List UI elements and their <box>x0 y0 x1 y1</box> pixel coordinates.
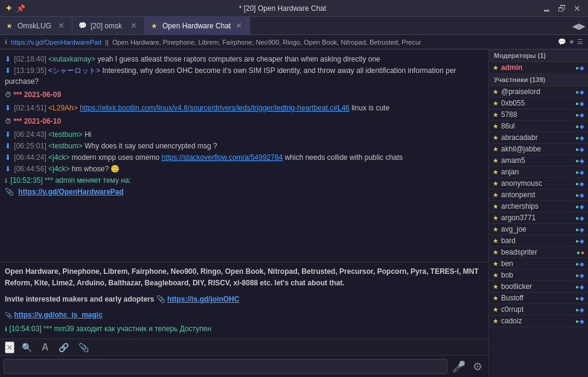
user-status-icon: ● <box>575 65 579 71</box>
tab-omsk-lug[interactable]: ★ OmskLUG ✕ <box>0 17 72 34</box>
user-star-icon: ★ <box>493 111 499 119</box>
sidebar-user[interactable]: ★ amam5 ●◆ <box>489 155 588 166</box>
user-name: 86ul <box>501 122 573 130</box>
user-icons: ●◆ <box>575 215 584 221</box>
topic-menu-icon[interactable]: ☰ <box>577 38 583 46</box>
magic-link[interactable]: https://v.gd/ohc_is_magic <box>14 311 102 319</box>
sidebar-user[interactable]: ★ akhil@jabbe ●◆ <box>489 144 588 155</box>
share-button[interactable]: 🔗 <box>56 341 71 353</box>
chat-area: ⬇ [02:18:40] <xutaxkamay> yeah I guess a… <box>0 49 488 377</box>
download-icon: ⬇ <box>5 130 11 139</box>
attach-button[interactable]: 📎 <box>76 341 91 353</box>
moderators-header: Модераторы (1) <box>489 49 588 62</box>
close-formatting-button[interactable]: ✕ <box>5 341 14 353</box>
tab-close-button[interactable]: ✕ <box>129 21 138 30</box>
inputbar: 🎤 ⚙ <box>0 355 488 377</box>
close-button[interactable]: ✕ <box>571 4 583 13</box>
message-link[interactable]: https://stackoverflow.com/a/54992784 <box>162 153 283 162</box>
invite-link[interactable]: https://is.gd/joinOHC <box>167 295 239 303</box>
tab-scroll-left[interactable]: ◀ <box>572 21 579 31</box>
user-star-icon: ★ <box>493 64 499 72</box>
mic-button[interactable]: 🎤 <box>450 359 468 375</box>
tab-scroll-arrows: ◀ ▶ <box>570 21 588 31</box>
info-icon: ℹ <box>5 177 7 184</box>
user-icons: ●◆ <box>575 100 584 107</box>
user-name: bob <box>501 271 573 279</box>
sidebar-user[interactable]: ★ argon3771 ●◆ <box>489 212 588 224</box>
tab-close-button[interactable]: ✕ <box>57 21 66 30</box>
topicbar: ℹ https://v.gd/OpenHardwarePad || Open H… <box>0 35 588 49</box>
topic-text: Open Hardware, Pinephone, Librem, Fairph… <box>112 39 421 46</box>
user-name: antonperst <box>501 191 573 199</box>
sidebar-user[interactable]: ★ 5788 ●◆ <box>489 109 588 121</box>
sidebar-user[interactable]: ★ ben ●◆ <box>489 258 588 270</box>
font-button[interactable]: A <box>39 341 51 354</box>
sidebar-user[interactable]: ★ archerships ●◆ <box>489 201 588 212</box>
date-icon: ⏱ <box>5 118 11 125</box>
window-controls: 🗕 🗗 ✕ <box>540 4 583 13</box>
download-icon: ⬇ <box>5 104 11 112</box>
date-icon: ⏱ <box>5 91 11 98</box>
messages-panel[interactable]: ⬇ [02:18:40] <xutaxkamay> yeah I guess a… <box>0 49 488 262</box>
tab-star-icon: ★ <box>6 22 13 30</box>
app-logo: ✦ <box>5 2 13 14</box>
join-message: ℹ [10:54:03] *** mm39 заходит как участн… <box>5 323 484 335</box>
topic-pad-link[interactable]: https://v.gd/OpenHardwarePad <box>11 39 101 46</box>
topic-block: Open Hardware, Pinephone, Librem, Fairph… <box>0 262 488 338</box>
topic-star-icon[interactable]: ★ <box>569 38 575 46</box>
user-name: @praiselord <box>501 87 573 96</box>
maximize-button[interactable]: 🗗 <box>555 4 569 13</box>
tab-scroll-right[interactable]: ▶ <box>579 21 586 31</box>
sidebar-user[interactable]: ★ anjan ●◆ <box>489 166 588 178</box>
message-link[interactable]: https://elixir.bootlin.com/linux/v4.8/so… <box>80 104 350 112</box>
user-icons: ●◆ <box>575 123 584 130</box>
topic-link[interactable]: https://v.gd/OpenHardwarePad <box>18 188 123 196</box>
sidebar-user[interactable]: ★ anonymousc ●◆ <box>489 178 588 189</box>
sidebar-user[interactable]: ★ Bustoff ●◆ <box>489 293 588 304</box>
settings-button[interactable]: ⚙ <box>470 359 485 375</box>
pin-icon: 📌 <box>16 4 25 13</box>
sidebar-user[interactable]: ★ 86ul ●◆ <box>489 121 588 132</box>
tab-label: OmskLUG <box>18 22 51 30</box>
tab-close-button[interactable]: ✕ <box>234 21 243 30</box>
sidebar-user[interactable]: ★ bard ●◆ <box>489 235 588 247</box>
sidebar-user[interactable]: ★ 0xb055 ●◆ <box>489 98 588 109</box>
titlebar: ✦ 📌 * [20] Open Hardware Chat 🗕 🗗 ✕ <box>0 0 588 17</box>
minimize-button[interactable]: 🗕 <box>540 4 553 13</box>
tab-open-hardware[interactable]: ★ Open Hardware Chat ✕ <box>145 17 250 34</box>
message-input[interactable] <box>4 359 447 374</box>
user-star-icon: ★ <box>493 271 499 279</box>
sidebar-user[interactable]: ★ bootlicker ●◆ <box>489 281 588 293</box>
user-star-icon: ★ <box>493 180 499 188</box>
sidebar-user[interactable]: ★ c0rrupt ●◆ <box>489 304 588 315</box>
user-name: Bustoff <box>501 294 573 302</box>
user-icons: ●◆ <box>575 318 584 325</box>
titlebar-left: ✦ 📌 <box>5 2 25 14</box>
user-star-icon: ★ <box>493 294 499 302</box>
date-separator: ⏱ *** 2021-06-09 <box>5 89 484 100</box>
user-star-icon: ★ <box>493 100 499 107</box>
user-star-icon: ★ <box>493 145 499 153</box>
user-icons: ●◆ <box>575 135 584 141</box>
sidebar-user[interactable]: ★ beadspriter ●● <box>489 247 588 258</box>
user-star-icon: ★ <box>493 134 499 142</box>
topic-emoji-icon[interactable]: 💬 <box>558 38 566 46</box>
sidebar-user[interactable]: ★ abracadabr ●◆ <box>489 132 588 144</box>
search-button[interactable]: 🔍 <box>19 341 34 353</box>
download-icon: ⬇ <box>5 153 11 162</box>
sidebar-user[interactable]: ★ avg_joe ●◆ <box>489 224 588 235</box>
sidebar-user-admin[interactable]: ★ admin ● ◆ <box>489 62 588 74</box>
user-icons: ●◆ <box>575 157 584 164</box>
sidebar-user[interactable]: ★ antonperst ●◆ <box>489 189 588 201</box>
user-star-icon: ★ <box>493 203 499 211</box>
user-icons: ●◆ <box>575 146 584 153</box>
user-icons: ●◆ <box>575 295 584 302</box>
tab-label: [20] omsk <box>91 22 122 30</box>
user-star-icon: ★ <box>493 168 499 176</box>
tab-omsk[interactable]: 💬 [20] omsk ✕ <box>72 17 145 34</box>
sidebar-user[interactable]: ★ bob ●◆ <box>489 270 588 281</box>
sidebar-user[interactable]: ★ cadoiz ●◆ <box>489 315 588 327</box>
sidebar-user[interactable]: ★ @praiselord ●◆ <box>489 86 588 98</box>
tabbar: ★ OmskLUG ✕ 💬 [20] omsk ✕ ★ Open Hardwar… <box>0 17 588 35</box>
user-name: archerships <box>501 202 573 211</box>
